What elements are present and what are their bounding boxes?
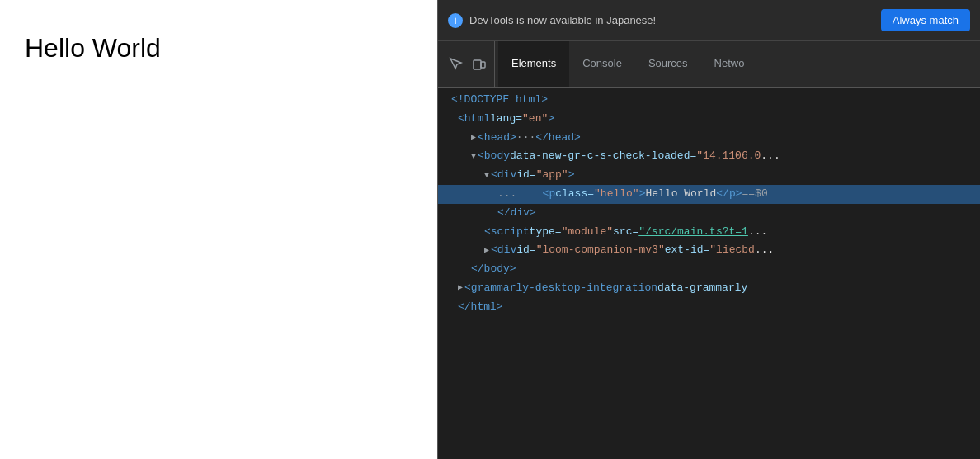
tab-elements[interactable]: Elements (498, 41, 569, 87)
dom-line-doctype[interactable]: <!DOCTYPE html> (438, 91, 980, 110)
hello-world-heading: Hello World (25, 33, 161, 64)
devtools-panel: i DevTools is now available in Japanese!… (437, 0, 980, 459)
svg-rect-0 (474, 60, 481, 69)
always-match-button[interactable]: Always match (881, 9, 970, 31)
tab-console[interactable]: Console (569, 41, 635, 87)
elements-content[interactable]: <!DOCTYPE html> <html lang="en"> ▶ <head… (438, 88, 980, 459)
dom-line-p-hello[interactable]: ... <p class="hello">Hello World</p> == … (438, 185, 980, 204)
dom-line-body[interactable]: ▼ <body data-new-gr-c-s-check-loaded="14… (438, 147, 980, 166)
dom-line-html-close[interactable]: </html> (438, 298, 980, 317)
dom-line-div-app[interactable]: ▼ <div id="app"> (438, 166, 980, 185)
notification-text: DevTools is now available in Japanese! (469, 14, 874, 26)
tab-network[interactable]: Netwo (701, 41, 758, 87)
info-icon: i (448, 13, 463, 28)
dom-line-body-close[interactable]: </body> (438, 260, 980, 279)
device-toolbar-icon[interactable] (471, 56, 488, 73)
dom-line-loom[interactable]: ▶ <div id="loom-companion-mv3" ext-id="l… (438, 241, 980, 260)
tab-bar: Elements Console Sources Netwo (438, 41, 980, 88)
tab-sources[interactable]: Sources (635, 41, 701, 87)
page-area: Hello World (0, 0, 437, 459)
dom-line-grammarly[interactable]: ▶ <grammarly-desktop-integration data-gr… (438, 279, 980, 298)
dom-line-script[interactable]: <script type="module" src="/src/main.ts?… (438, 223, 980, 242)
svg-rect-1 (481, 62, 485, 68)
dom-line-html[interactable]: <html lang="en"> (438, 110, 980, 129)
notification-bar: i DevTools is now available in Japanese!… (438, 0, 980, 41)
toolbar-icons (441, 41, 495, 87)
dom-line-div-close[interactable]: </div> (438, 204, 980, 223)
dom-line-head[interactable]: ▶ <head> ··· </head> (438, 129, 980, 148)
inspect-element-icon[interactable] (448, 56, 464, 73)
